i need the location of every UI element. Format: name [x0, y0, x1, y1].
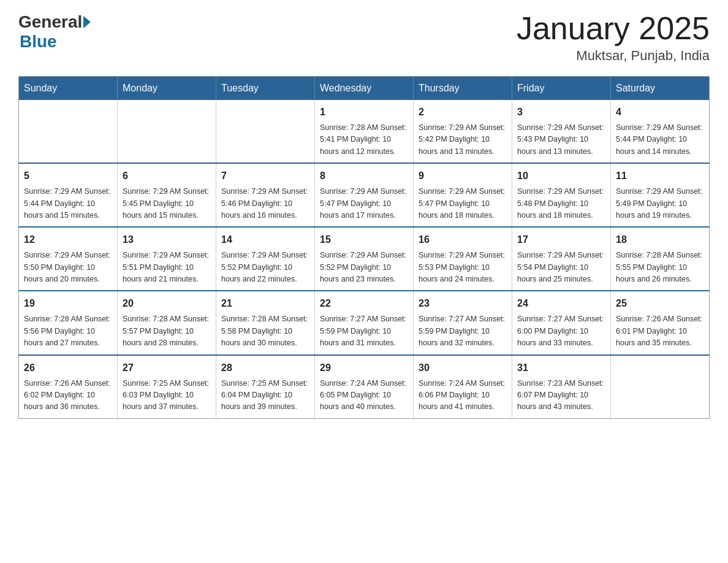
calendar-header-row: SundayMondayTuesdayWednesdayThursdayFrid…: [19, 77, 710, 101]
day-number: 17: [517, 232, 605, 247]
day-number: 25: [616, 296, 704, 311]
calendar-cell: 30Sunrise: 7:24 AM Sunset: 6:06 PM Dayli…: [414, 355, 512, 419]
day-number: 30: [419, 361, 507, 375]
day-number: 26: [24, 361, 112, 375]
logo-general: General: [18, 12, 82, 32]
calendar-cell: 27Sunrise: 7:25 AM Sunset: 6:03 PM Dayli…: [118, 355, 216, 419]
calendar-cell: 17Sunrise: 7:29 AM Sunset: 5:54 PM Dayli…: [512, 227, 611, 291]
logo-text: General: [18, 12, 91, 32]
calendar-day-header: Saturday: [611, 77, 710, 101]
day-number: 23: [419, 296, 507, 311]
day-number: 8: [320, 169, 408, 183]
day-info: Sunrise: 7:27 AM Sunset: 6:00 PM Dayligh…: [517, 313, 605, 349]
day-info: Sunrise: 7:29 AM Sunset: 5:49 PM Dayligh…: [616, 186, 704, 221]
calendar-cell: [19, 100, 118, 163]
calendar-week-row: 19Sunrise: 7:28 AM Sunset: 5:56 PM Dayli…: [19, 291, 710, 354]
day-info: Sunrise: 7:28 AM Sunset: 5:41 PM Dayligh…: [320, 122, 408, 158]
day-number: 1: [320, 105, 408, 120]
day-info: Sunrise: 7:25 AM Sunset: 6:03 PM Dayligh…: [123, 378, 211, 413]
day-info: Sunrise: 7:28 AM Sunset: 5:56 PM Dayligh…: [24, 313, 112, 349]
calendar-cell: 21Sunrise: 7:28 AM Sunset: 5:58 PM Dayli…: [216, 291, 315, 354]
day-info: Sunrise: 7:29 AM Sunset: 5:54 PM Dayligh…: [517, 250, 605, 285]
calendar-cell: 6Sunrise: 7:29 AM Sunset: 5:45 PM Daylig…: [118, 163, 216, 227]
calendar-week-row: 12Sunrise: 7:29 AM Sunset: 5:50 PM Dayli…: [19, 227, 710, 291]
day-number: 13: [123, 232, 211, 247]
calendar-cell: [118, 100, 216, 163]
day-number: 22: [320, 296, 408, 311]
calendar-week-row: 26Sunrise: 7:26 AM Sunset: 6:02 PM Dayli…: [19, 355, 710, 419]
calendar-cell: [216, 100, 315, 163]
calendar-day-header: Sunday: [19, 77, 118, 101]
day-number: 11: [616, 169, 704, 183]
day-number: 31: [517, 361, 605, 375]
logo-arrow-icon: [83, 16, 91, 28]
day-info: Sunrise: 7:26 AM Sunset: 6:02 PM Dayligh…: [24, 378, 112, 413]
day-info: Sunrise: 7:27 AM Sunset: 5:59 PM Dayligh…: [419, 313, 507, 349]
day-number: 15: [320, 232, 408, 247]
calendar-day-header: Monday: [118, 77, 216, 101]
day-info: Sunrise: 7:29 AM Sunset: 5:43 PM Dayligh…: [517, 122, 605, 158]
calendar-cell: 25Sunrise: 7:26 AM Sunset: 6:01 PM Dayli…: [611, 291, 710, 354]
calendar-cell: 22Sunrise: 7:27 AM Sunset: 5:59 PM Dayli…: [315, 291, 414, 354]
day-number: 10: [517, 169, 605, 183]
calendar-cell: 15Sunrise: 7:29 AM Sunset: 5:52 PM Dayli…: [315, 227, 414, 291]
day-info: Sunrise: 7:29 AM Sunset: 5:50 PM Dayligh…: [24, 250, 112, 285]
day-info: Sunrise: 7:23 AM Sunset: 6:07 PM Dayligh…: [517, 378, 605, 413]
calendar-cell: [611, 355, 710, 419]
day-info: Sunrise: 7:24 AM Sunset: 6:06 PM Dayligh…: [419, 378, 507, 413]
calendar-cell: 8Sunrise: 7:29 AM Sunset: 5:47 PM Daylig…: [315, 163, 414, 227]
calendar-cell: 20Sunrise: 7:28 AM Sunset: 5:57 PM Dayli…: [118, 291, 216, 354]
day-info: Sunrise: 7:25 AM Sunset: 6:04 PM Dayligh…: [221, 378, 309, 413]
day-info: Sunrise: 7:24 AM Sunset: 6:05 PM Dayligh…: [320, 378, 408, 413]
calendar-cell: 4Sunrise: 7:29 AM Sunset: 5:44 PM Daylig…: [611, 100, 710, 163]
day-info: Sunrise: 7:28 AM Sunset: 5:58 PM Dayligh…: [221, 313, 309, 349]
location: Muktsar, Punjab, India: [517, 48, 710, 64]
day-info: Sunrise: 7:29 AM Sunset: 5:52 PM Dayligh…: [221, 250, 309, 285]
day-number: 20: [123, 296, 211, 311]
calendar-week-row: 5Sunrise: 7:29 AM Sunset: 5:44 PM Daylig…: [19, 163, 710, 227]
title-section: January 2025 Muktsar, Punjab, India: [517, 12, 710, 64]
calendar-cell: 10Sunrise: 7:29 AM Sunset: 5:48 PM Dayli…: [512, 163, 611, 227]
day-info: Sunrise: 7:29 AM Sunset: 5:53 PM Dayligh…: [419, 250, 507, 285]
day-info: Sunrise: 7:26 AM Sunset: 6:01 PM Dayligh…: [616, 313, 704, 349]
day-info: Sunrise: 7:29 AM Sunset: 5:44 PM Dayligh…: [24, 186, 112, 221]
day-number: 24: [517, 296, 605, 311]
month-title: January 2025: [517, 12, 710, 44]
calendar-cell: 11Sunrise: 7:29 AM Sunset: 5:49 PM Dayli…: [611, 163, 710, 227]
calendar-cell: 23Sunrise: 7:27 AM Sunset: 5:59 PM Dayli…: [414, 291, 512, 354]
day-info: Sunrise: 7:29 AM Sunset: 5:46 PM Dayligh…: [221, 186, 309, 221]
calendar-cell: 9Sunrise: 7:29 AM Sunset: 5:47 PM Daylig…: [414, 163, 512, 227]
day-number: 4: [616, 105, 704, 120]
day-number: 16: [419, 232, 507, 247]
day-number: 12: [24, 232, 112, 247]
calendar-cell: 19Sunrise: 7:28 AM Sunset: 5:56 PM Dayli…: [19, 291, 118, 354]
day-number: 3: [517, 105, 605, 120]
calendar-cell: 18Sunrise: 7:28 AM Sunset: 5:55 PM Dayli…: [611, 227, 710, 291]
calendar-week-row: 1Sunrise: 7:28 AM Sunset: 5:41 PM Daylig…: [19, 100, 710, 163]
day-number: 18: [616, 232, 704, 247]
calendar-cell: 7Sunrise: 7:29 AM Sunset: 5:46 PM Daylig…: [216, 163, 315, 227]
calendar-day-header: Wednesday: [315, 77, 414, 101]
day-info: Sunrise: 7:28 AM Sunset: 5:57 PM Dayligh…: [123, 313, 211, 349]
day-number: 5: [24, 169, 112, 183]
day-number: 14: [221, 232, 309, 247]
day-info: Sunrise: 7:29 AM Sunset: 5:47 PM Dayligh…: [419, 186, 507, 221]
calendar-cell: 5Sunrise: 7:29 AM Sunset: 5:44 PM Daylig…: [19, 163, 118, 227]
day-number: 21: [221, 296, 309, 311]
day-number: 9: [419, 169, 507, 183]
calendar-cell: 13Sunrise: 7:29 AM Sunset: 5:51 PM Dayli…: [118, 227, 216, 291]
day-number: 2: [419, 105, 507, 120]
calendar-cell: 28Sunrise: 7:25 AM Sunset: 6:04 PM Dayli…: [216, 355, 315, 419]
calendar-day-header: Thursday: [414, 77, 512, 101]
day-number: 6: [123, 169, 211, 183]
day-number: 19: [24, 296, 112, 311]
day-number: 28: [221, 361, 309, 375]
calendar-cell: 26Sunrise: 7:26 AM Sunset: 6:02 PM Dayli…: [19, 355, 118, 419]
day-info: Sunrise: 7:28 AM Sunset: 5:55 PM Dayligh…: [616, 250, 704, 285]
calendar-cell: 2Sunrise: 7:29 AM Sunset: 5:42 PM Daylig…: [414, 100, 512, 163]
page-header: General Blue January 2025 Muktsar, Punja…: [18, 12, 710, 64]
calendar-cell: 29Sunrise: 7:24 AM Sunset: 6:05 PM Dayli…: [315, 355, 414, 419]
day-number: 7: [221, 169, 309, 183]
calendar-cell: 1Sunrise: 7:28 AM Sunset: 5:41 PM Daylig…: [315, 100, 414, 163]
day-info: Sunrise: 7:29 AM Sunset: 5:48 PM Dayligh…: [517, 186, 605, 221]
